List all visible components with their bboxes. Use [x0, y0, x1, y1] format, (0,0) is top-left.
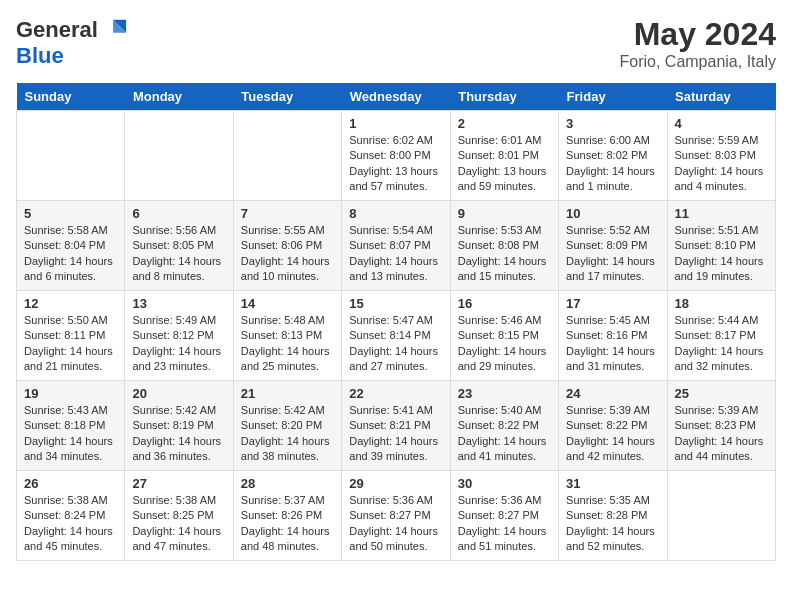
- day-cell: 20Sunrise: 5:42 AM Sunset: 8:19 PM Dayli…: [125, 381, 233, 471]
- day-cell: 15Sunrise: 5:47 AM Sunset: 8:14 PM Dayli…: [342, 291, 450, 381]
- day-info: Sunrise: 5:50 AM Sunset: 8:11 PM Dayligh…: [24, 313, 117, 375]
- day-info: Sunrise: 5:43 AM Sunset: 8:18 PM Dayligh…: [24, 403, 117, 465]
- day-number: 4: [675, 116, 768, 131]
- day-info: Sunrise: 5:47 AM Sunset: 8:14 PM Dayligh…: [349, 313, 442, 375]
- day-info: Sunrise: 5:42 AM Sunset: 8:20 PM Dayligh…: [241, 403, 334, 465]
- day-cell: 22Sunrise: 5:41 AM Sunset: 8:21 PM Dayli…: [342, 381, 450, 471]
- day-info: Sunrise: 5:37 AM Sunset: 8:26 PM Dayligh…: [241, 493, 334, 555]
- day-cell: 21Sunrise: 5:42 AM Sunset: 8:20 PM Dayli…: [233, 381, 341, 471]
- day-number: 7: [241, 206, 334, 221]
- day-info: Sunrise: 5:51 AM Sunset: 8:10 PM Dayligh…: [675, 223, 768, 285]
- day-cell: 25Sunrise: 5:39 AM Sunset: 8:23 PM Dayli…: [667, 381, 775, 471]
- day-cell: 13Sunrise: 5:49 AM Sunset: 8:12 PM Dayli…: [125, 291, 233, 381]
- day-number: 20: [132, 386, 225, 401]
- day-number: 25: [675, 386, 768, 401]
- day-number: 23: [458, 386, 551, 401]
- day-info: Sunrise: 5:39 AM Sunset: 8:23 PM Dayligh…: [675, 403, 768, 465]
- logo-icon: [100, 16, 128, 44]
- day-number: 11: [675, 206, 768, 221]
- day-info: Sunrise: 5:59 AM Sunset: 8:03 PM Dayligh…: [675, 133, 768, 195]
- day-cell: 19Sunrise: 5:43 AM Sunset: 8:18 PM Dayli…: [17, 381, 125, 471]
- day-number: 22: [349, 386, 442, 401]
- day-cell: 5Sunrise: 5:58 AM Sunset: 8:04 PM Daylig…: [17, 201, 125, 291]
- day-cell: [125, 111, 233, 201]
- day-cell: 30Sunrise: 5:36 AM Sunset: 8:27 PM Dayli…: [450, 471, 558, 561]
- day-cell: [233, 111, 341, 201]
- day-info: Sunrise: 5:58 AM Sunset: 8:04 PM Dayligh…: [24, 223, 117, 285]
- day-cell: 12Sunrise: 5:50 AM Sunset: 8:11 PM Dayli…: [17, 291, 125, 381]
- day-number: 29: [349, 476, 442, 491]
- day-info: Sunrise: 5:56 AM Sunset: 8:05 PM Dayligh…: [132, 223, 225, 285]
- day-cell: 24Sunrise: 5:39 AM Sunset: 8:22 PM Dayli…: [559, 381, 667, 471]
- day-info: Sunrise: 5:36 AM Sunset: 8:27 PM Dayligh…: [349, 493, 442, 555]
- day-number: 5: [24, 206, 117, 221]
- weekday-header-sunday: Sunday: [17, 83, 125, 111]
- day-cell: 2Sunrise: 6:01 AM Sunset: 8:01 PM Daylig…: [450, 111, 558, 201]
- weekday-header-thursday: Thursday: [450, 83, 558, 111]
- day-number: 8: [349, 206, 442, 221]
- day-info: Sunrise: 5:55 AM Sunset: 8:06 PM Dayligh…: [241, 223, 334, 285]
- day-number: 28: [241, 476, 334, 491]
- day-info: Sunrise: 5:42 AM Sunset: 8:19 PM Dayligh…: [132, 403, 225, 465]
- day-info: Sunrise: 5:40 AM Sunset: 8:22 PM Dayligh…: [458, 403, 551, 465]
- week-row-2: 5Sunrise: 5:58 AM Sunset: 8:04 PM Daylig…: [17, 201, 776, 291]
- location: Forio, Campania, Italy: [619, 53, 776, 71]
- day-cell: 14Sunrise: 5:48 AM Sunset: 8:13 PM Dayli…: [233, 291, 341, 381]
- day-info: Sunrise: 5:38 AM Sunset: 8:25 PM Dayligh…: [132, 493, 225, 555]
- day-number: 6: [132, 206, 225, 221]
- day-number: 21: [241, 386, 334, 401]
- day-cell: 10Sunrise: 5:52 AM Sunset: 8:09 PM Dayli…: [559, 201, 667, 291]
- day-cell: 18Sunrise: 5:44 AM Sunset: 8:17 PM Dayli…: [667, 291, 775, 381]
- day-cell: 3Sunrise: 6:00 AM Sunset: 8:02 PM Daylig…: [559, 111, 667, 201]
- day-number: 13: [132, 296, 225, 311]
- day-number: 16: [458, 296, 551, 311]
- logo-general: General: [16, 18, 98, 42]
- day-cell: [667, 471, 775, 561]
- weekday-header-friday: Friday: [559, 83, 667, 111]
- day-cell: 1Sunrise: 6:02 AM Sunset: 8:00 PM Daylig…: [342, 111, 450, 201]
- day-info: Sunrise: 6:00 AM Sunset: 8:02 PM Dayligh…: [566, 133, 659, 195]
- logo: General Blue: [16, 16, 128, 68]
- weekday-header-wednesday: Wednesday: [342, 83, 450, 111]
- day-number: 24: [566, 386, 659, 401]
- day-cell: 17Sunrise: 5:45 AM Sunset: 8:16 PM Dayli…: [559, 291, 667, 381]
- logo-blue: Blue: [16, 43, 64, 68]
- weekday-header-saturday: Saturday: [667, 83, 775, 111]
- day-number: 9: [458, 206, 551, 221]
- day-info: Sunrise: 5:48 AM Sunset: 8:13 PM Dayligh…: [241, 313, 334, 375]
- day-info: Sunrise: 6:01 AM Sunset: 8:01 PM Dayligh…: [458, 133, 551, 195]
- day-cell: 27Sunrise: 5:38 AM Sunset: 8:25 PM Dayli…: [125, 471, 233, 561]
- day-info: Sunrise: 5:35 AM Sunset: 8:28 PM Dayligh…: [566, 493, 659, 555]
- page-header: General Blue May 2024 Forio, Campania, I…: [16, 16, 776, 71]
- day-info: Sunrise: 5:39 AM Sunset: 8:22 PM Dayligh…: [566, 403, 659, 465]
- day-info: Sunrise: 5:53 AM Sunset: 8:08 PM Dayligh…: [458, 223, 551, 285]
- weekday-header-tuesday: Tuesday: [233, 83, 341, 111]
- day-number: 3: [566, 116, 659, 131]
- day-cell: 7Sunrise: 5:55 AM Sunset: 8:06 PM Daylig…: [233, 201, 341, 291]
- week-row-1: 1Sunrise: 6:02 AM Sunset: 8:00 PM Daylig…: [17, 111, 776, 201]
- day-info: Sunrise: 5:38 AM Sunset: 8:24 PM Dayligh…: [24, 493, 117, 555]
- title-block: May 2024 Forio, Campania, Italy: [619, 16, 776, 71]
- week-row-4: 19Sunrise: 5:43 AM Sunset: 8:18 PM Dayli…: [17, 381, 776, 471]
- day-info: Sunrise: 5:52 AM Sunset: 8:09 PM Dayligh…: [566, 223, 659, 285]
- day-cell: 9Sunrise: 5:53 AM Sunset: 8:08 PM Daylig…: [450, 201, 558, 291]
- day-info: Sunrise: 5:41 AM Sunset: 8:21 PM Dayligh…: [349, 403, 442, 465]
- day-number: 2: [458, 116, 551, 131]
- day-number: 19: [24, 386, 117, 401]
- day-number: 15: [349, 296, 442, 311]
- week-row-5: 26Sunrise: 5:38 AM Sunset: 8:24 PM Dayli…: [17, 471, 776, 561]
- day-info: Sunrise: 5:44 AM Sunset: 8:17 PM Dayligh…: [675, 313, 768, 375]
- day-cell: 28Sunrise: 5:37 AM Sunset: 8:26 PM Dayli…: [233, 471, 341, 561]
- day-number: 10: [566, 206, 659, 221]
- day-number: 17: [566, 296, 659, 311]
- day-number: 26: [24, 476, 117, 491]
- weekday-header-monday: Monday: [125, 83, 233, 111]
- day-info: Sunrise: 5:54 AM Sunset: 8:07 PM Dayligh…: [349, 223, 442, 285]
- day-number: 27: [132, 476, 225, 491]
- day-cell: 31Sunrise: 5:35 AM Sunset: 8:28 PM Dayli…: [559, 471, 667, 561]
- day-cell: 29Sunrise: 5:36 AM Sunset: 8:27 PM Dayli…: [342, 471, 450, 561]
- day-cell: 4Sunrise: 5:59 AM Sunset: 8:03 PM Daylig…: [667, 111, 775, 201]
- day-cell: 23Sunrise: 5:40 AM Sunset: 8:22 PM Dayli…: [450, 381, 558, 471]
- day-number: 30: [458, 476, 551, 491]
- day-info: Sunrise: 5:45 AM Sunset: 8:16 PM Dayligh…: [566, 313, 659, 375]
